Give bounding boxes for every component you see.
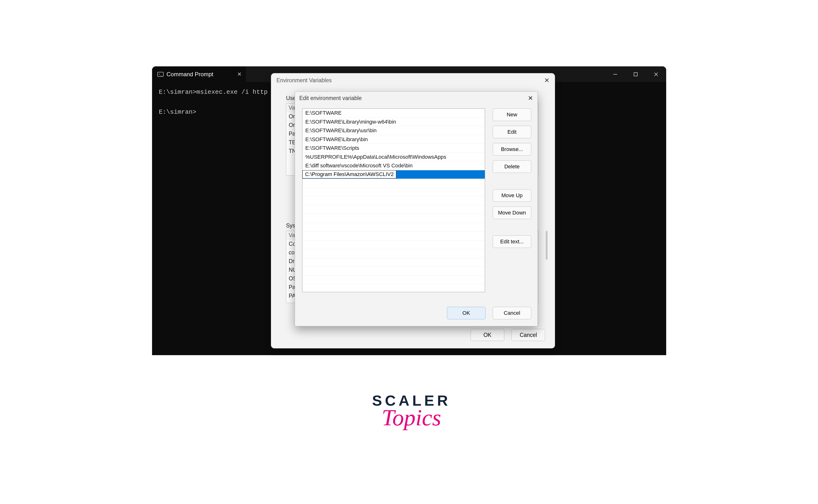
move-down-button[interactable]: Move Down — [493, 207, 531, 219]
path-entry-empty[interactable] — [302, 249, 485, 258]
path-entry-empty[interactable] — [302, 232, 485, 240]
svg-rect-1 — [634, 73, 637, 76]
edit-dialog-bottom-buttons: OK Cancel — [447, 307, 531, 319]
path-entry-empty[interactable] — [302, 276, 485, 284]
path-entry-empty[interactable] — [302, 258, 485, 267]
tab-title: Command Prompt — [166, 71, 213, 78]
path-entries-list[interactable]: E:\SOFTWARE E:\SOFTWARE\Library\mingw-w6… — [302, 108, 485, 292]
path-entry-empty[interactable] — [302, 196, 485, 205]
env-dialog-title: Environment Variables — [276, 77, 332, 84]
path-entry[interactable]: E:\SOFTWARE\Library\usr\bin — [302, 126, 485, 135]
edit-dialog-titlebar: Edit environment variable ✕ — [295, 92, 538, 104]
path-entry-empty[interactable] — [302, 188, 485, 197]
path-entry[interactable]: %USERPROFILE%\AppData\Local\Microsoft\Wi… — [302, 153, 485, 162]
path-entry[interactable]: E:\SOFTWARE\Library\bin — [302, 135, 485, 144]
move-up-button[interactable]: Move Up — [493, 189, 531, 202]
env-dialog-buttons: OK Cancel — [471, 329, 545, 341]
path-entry[interactable]: E:\SOFTWARE\Library\mingw-w64\bin — [302, 118, 485, 126]
window-close-button[interactable] — [646, 66, 666, 82]
edit-button[interactable]: Edit — [493, 126, 531, 138]
terminal-tab[interactable]: >_ Command Prompt ✕ — [152, 66, 246, 82]
delete-button[interactable]: Delete — [493, 160, 531, 173]
edit-environment-variable-dialog: Edit environment variable ✕ E:\SOFTWARE … — [295, 91, 538, 326]
scaler-topics-logo: SCALER Topics — [368, 392, 455, 431]
browse-button[interactable]: Browse... — [493, 143, 531, 156]
path-entry-empty[interactable] — [302, 240, 485, 249]
env-dialog-titlebar: Environment Variables ✕ — [271, 73, 555, 87]
close-icon[interactable]: ✕ — [528, 95, 533, 102]
cancel-button[interactable]: Cancel — [493, 307, 531, 319]
maximize-button[interactable] — [625, 66, 646, 82]
path-entry[interactable]: E:\SOFTWARE\Scripts — [302, 144, 485, 153]
tab-close-icon[interactable]: ✕ — [237, 71, 241, 77]
path-entry-editing[interactable] — [302, 170, 485, 179]
minimize-button[interactable] — [605, 66, 625, 82]
path-entry-empty[interactable] — [302, 214, 485, 223]
edit-dialog-title: Edit environment variable — [299, 95, 362, 101]
cancel-button[interactable]: Cancel — [512, 329, 545, 341]
path-entry-empty[interactable] — [302, 205, 485, 214]
edit-text-button[interactable]: Edit text... — [493, 235, 531, 248]
path-entry-empty[interactable] — [302, 223, 485, 232]
edit-dialog-side-buttons: New Edit Browse... Delete Move Up Move D… — [493, 108, 531, 248]
ok-button[interactable]: OK — [447, 307, 486, 319]
new-button[interactable]: New — [493, 108, 531, 121]
close-icon[interactable]: ✕ — [544, 77, 550, 84]
terminal-icon: >_ — [157, 72, 164, 77]
ok-button[interactable]: OK — [471, 329, 504, 341]
path-entry-empty[interactable] — [302, 179, 485, 188]
path-entry-empty[interactable] — [302, 284, 485, 292]
window-buttons — [605, 66, 666, 82]
path-entry[interactable]: E:\diff software\vscode\Microsoft VS Cod… — [302, 161, 485, 170]
path-entry[interactable]: E:\SOFTWARE — [302, 109, 485, 118]
path-edit-input[interactable] — [302, 170, 396, 178]
path-entry-empty[interactable] — [302, 267, 485, 276]
scrollbar-thumb[interactable] — [546, 231, 548, 260]
